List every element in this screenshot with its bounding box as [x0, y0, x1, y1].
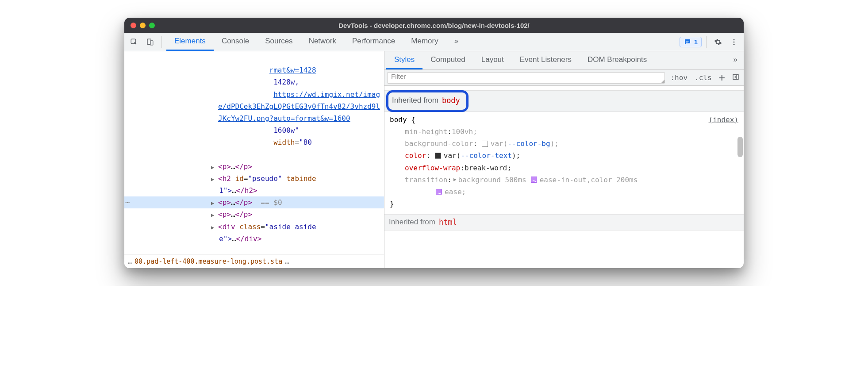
toolbar-divider	[706, 36, 707, 48]
filter-input[interactable]: Filter	[387, 72, 665, 84]
tab-elements[interactable]: Elements	[166, 33, 214, 51]
expand-icon[interactable]: ▶	[211, 161, 217, 172]
svg-rect-3	[686, 41, 689, 42]
inspect-icon[interactable]	[127, 35, 141, 49]
dom-node-p[interactable]: ▶ <p>…</p>	[124, 161, 384, 173]
expand-icon[interactable]: ▶	[452, 176, 458, 184]
sub-tabs-overflow[interactable]: »	[729, 51, 742, 69]
sub-tab-layout[interactable]: Layout	[473, 51, 512, 69]
zoom-window-button[interactable]	[149, 23, 155, 28]
svg-point-7	[734, 43, 735, 45]
color-swatch-icon[interactable]	[435, 153, 441, 159]
devtools-window: DevTools - developer.chrome.com/blog/new…	[124, 18, 744, 268]
expand-icon[interactable]: ▶	[211, 221, 217, 232]
tab-network[interactable]: Network	[301, 33, 344, 51]
svg-point-6	[734, 41, 735, 42]
svg-rect-4	[686, 42, 688, 42]
settings-icon[interactable]	[711, 35, 725, 49]
main-toolbar: Elements Console Sources Network Perform…	[124, 33, 744, 51]
close-window-button[interactable]	[131, 23, 136, 28]
dom-pane: rmat&w=1428 1428w, https://wd.imgix.net/…	[124, 51, 384, 268]
breadcrumb[interactable]: … 00.pad-left-400.measure-long.post.sta …	[124, 254, 384, 268]
main-tabs: Elements Console Sources Network Perform…	[166, 33, 466, 51]
inherited-from-body-section[interactable]: Inherited from body	[384, 90, 744, 112]
tab-sources[interactable]: Sources	[257, 33, 300, 51]
sub-tab-dom-breakpoints[interactable]: DOM Breakpoints	[580, 51, 655, 69]
tab-performance[interactable]: Performance	[344, 33, 403, 51]
window-controls	[131, 23, 155, 28]
breadcrumb-ellipsis: …	[285, 257, 289, 265]
dom-node-selected[interactable]: ▶ <p>…</p> == $0	[124, 196, 384, 208]
issues-count: 1	[694, 38, 698, 46]
sub-tab-event-listeners[interactable]: Event Listeners	[512, 51, 580, 69]
styles-body[interactable]: Inherited from body body { (index) min-h…	[384, 86, 744, 268]
bezier-icon[interactable]	[436, 189, 442, 195]
filter-row: Filter :hov .cls +	[384, 70, 744, 86]
window-title: DevTools - developer.chrome.com/blog/new…	[338, 22, 529, 29]
styles-sub-tabs: Styles Computed Layout Event Listeners D…	[384, 51, 744, 70]
tabs-overflow[interactable]: »	[446, 33, 466, 51]
breadcrumb-path: 00.pad-left-400.measure-long.post.sta	[134, 257, 282, 265]
hov-toggle[interactable]: :hov	[668, 73, 689, 83]
css-decl-min-height[interactable]: min-height: 100vh;	[390, 126, 738, 138]
minimize-window-button[interactable]	[140, 23, 146, 28]
sub-tab-styles[interactable]: Styles	[386, 51, 422, 69]
dom-node-p[interactable]: ▶ <p>…</p>	[124, 208, 384, 220]
breadcrumb-ellipsis: …	[128, 257, 132, 265]
expand-icon[interactable]: ▶	[211, 208, 217, 219]
toolbar-divider	[161, 36, 162, 48]
inherited-from-html-section[interactable]: Inherited from html	[384, 214, 744, 231]
cls-toggle[interactable]: .cls	[693, 73, 714, 83]
dom-node-div-cont[interactable]: e">…</div>	[124, 233, 384, 245]
highlight-annotation: Inherited from body	[386, 90, 469, 112]
dom-text[interactable]: rmat&w=1428 1428w, https://wd.imgix.net/…	[124, 52, 384, 161]
css-decl-background-color[interactable]: background-color: var(--color-bg);	[390, 138, 738, 150]
expand-icon[interactable]: ▶	[211, 173, 217, 184]
svg-rect-2	[150, 41, 153, 45]
tab-console[interactable]: Console	[214, 33, 257, 51]
sub-tab-computed[interactable]: Computed	[422, 51, 473, 69]
rule-source-link[interactable]: (index)	[709, 114, 738, 126]
issues-badge[interactable]: 1	[680, 37, 702, 47]
css-decl-overflow-wrap[interactable]: overflow-wrap: break-word;	[390, 162, 738, 174]
dom-tree[interactable]: rmat&w=1428 1428w, https://wd.imgix.net/…	[124, 51, 384, 254]
expand-icon[interactable]: ▶	[211, 196, 217, 208]
css-rule-body[interactable]: body { (index) min-height: 100vh; backgr…	[384, 112, 744, 212]
dom-node-div[interactable]: ▶ <div class="aside aside	[124, 221, 384, 233]
dom-node-h2-cont[interactable]: 1">…</h2>	[124, 184, 384, 196]
svg-point-5	[734, 39, 735, 40]
content-area: rmat&w=1428 1428w, https://wd.imgix.net/…	[124, 51, 744, 268]
dom-node-h2[interactable]: ▶ <h2 id="pseudo" tabinde	[124, 173, 384, 184]
css-decl-transition[interactable]: transition: ▶ background 500ms ease-in-o…	[390, 174, 738, 198]
scrollbar-thumb[interactable]	[737, 137, 743, 157]
titlebar: DevTools - developer.chrome.com/blog/new…	[124, 18, 744, 33]
kebab-menu-icon[interactable]	[727, 35, 741, 49]
css-decl-color[interactable]: color: var(--color-text);	[390, 150, 738, 161]
color-swatch-icon[interactable]	[482, 141, 488, 147]
new-style-rule-icon[interactable]: +	[717, 73, 727, 81]
tab-memory[interactable]: Memory	[403, 33, 446, 51]
bezier-icon[interactable]	[531, 177, 537, 183]
styles-pane: Styles Computed Layout Event Listeners D…	[384, 51, 744, 268]
device-toggle-icon[interactable]	[143, 35, 157, 49]
toggle-pane-icon[interactable]	[730, 73, 741, 83]
